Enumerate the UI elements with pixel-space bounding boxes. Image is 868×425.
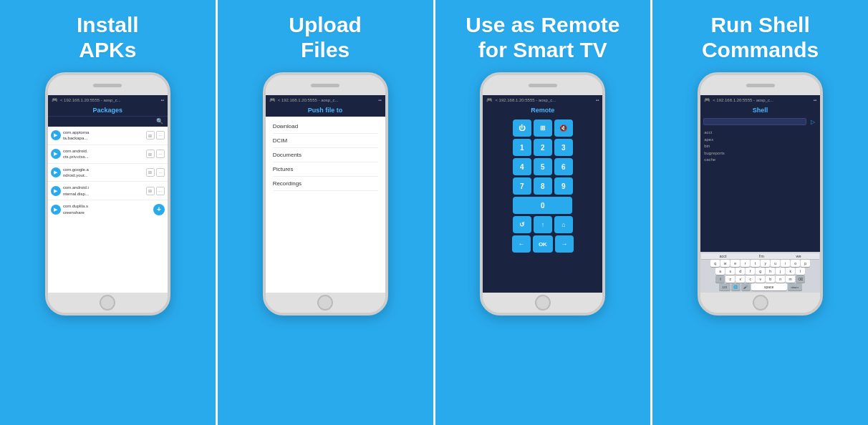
play-btn-1[interactable]: ▶ [51,130,61,140]
key-x[interactable]: x [736,275,745,283]
home-button-4[interactable] [753,295,768,311]
key-m[interactable]: m [786,275,795,283]
screen1-search-bar: 🔍 [48,117,168,127]
list-item[interactable]: Documents [273,148,378,162]
key-mic[interactable]: 🎤 [741,283,751,290]
num-btn-4[interactable]: 4 [513,158,531,175]
phone-speaker-2 [311,84,339,87]
up-btn[interactable]: ↑ [534,216,552,233]
shell-input[interactable] [703,118,806,125]
remote-row-789: 7 8 9 [486,177,599,195]
key-n[interactable]: n [776,275,785,283]
key-c[interactable]: c [746,275,755,283]
num-btn-6[interactable]: 6 [554,158,573,175]
num-btn-8[interactable]: 8 [534,177,552,195]
phone-top-4 [700,75,820,95]
key-h[interactable]: h [766,268,775,275]
key-e[interactable]: e [730,260,740,267]
suggest-1[interactable]: acct [720,254,727,258]
left-btn[interactable]: ← [512,235,531,253]
list-item[interactable]: DCIM [273,134,378,148]
list-item: ▶ com.android.internal.disp... ⊞ ··· [48,182,168,200]
kb-row-zxcv: ⇧ z x c v b n m ⌫ [701,275,819,283]
screen1-title: Packages [48,104,168,117]
num-btn-2[interactable]: 2 [534,139,552,156]
key-l[interactable]: l [796,268,805,275]
num-btn-9[interactable]: 9 [554,177,573,195]
play-btn-3[interactable]: ▶ [51,167,61,177]
list-item: ▶ com.duplila.screenshare + [48,200,168,218]
key-b[interactable]: b [766,275,775,283]
key-space[interactable]: space [751,283,787,290]
gamepad-icon-1: 🎮 [52,97,58,103]
num-btn-1[interactable]: 1 [513,139,531,156]
shell-run-btn[interactable]: ▷ [809,118,817,125]
pkg-icon-more-2: ··· [156,150,165,158]
right-btn[interactable]: → [555,235,574,253]
key-j[interactable]: j [776,268,785,275]
key-q[interactable]: q [710,260,720,267]
suggest-2[interactable]: I'm [759,254,764,258]
key-s[interactable]: s [725,268,735,275]
key-v[interactable]: v [756,275,765,283]
home-button-2[interactable] [317,295,333,311]
ok-btn[interactable]: OK [533,235,553,253]
folder-list: Download DCIM Documents Pictures Recordi… [266,117,385,293]
list-item[interactable]: Download [273,119,378,134]
key-p[interactable]: p [801,260,810,267]
suggest-3[interactable]: we [796,254,801,258]
home-button-1[interactable] [100,295,115,311]
key-i[interactable]: i [781,260,790,267]
key-u[interactable]: u [771,260,780,267]
phone-bottom-2 [266,293,385,313]
home-nav-btn[interactable]: ⌂ [554,216,573,233]
remote-row-123: 1 2 3 [486,139,599,156]
key-d[interactable]: d [736,268,745,275]
remote-row-controls: ⏻ ⊞ 🔇 [486,119,599,137]
list-item[interactable]: Recordings [273,177,378,191]
play-btn-2[interactable]: ▶ [51,149,61,159]
num-btn-3[interactable]: 3 [554,139,573,156]
num-btn-0[interactable]: 0 [513,197,572,214]
num-btn-7[interactable]: 7 [513,177,531,195]
key-a[interactable]: a [715,268,725,275]
key-shift[interactable]: ⇧ [715,275,725,283]
screen-addr-1: < 192.168.1.20:5555 - aosp_c... [60,98,159,102]
replay-btn[interactable]: ↺ [513,216,531,233]
key-return[interactable]: return [788,283,802,290]
key-backspace[interactable]: ⌫ [796,275,805,283]
pkg-icon-box-3: ⊞ [146,168,155,177]
remote-row-456: 4 5 6 [486,158,599,175]
panel-install: InstallAPKs 🎮 < 192.168.1.20:5555 - aosp… [0,0,216,425]
add-btn[interactable]: + [153,204,165,215]
screen-header-1: 🎮 < 192.168.1.20:5555 - aosp_c... ▪▪ [48,95,168,104]
pkg-name-5: com.duplila.screenshare [63,203,151,215]
power-btn[interactable]: ⏻ [513,119,531,137]
key-w[interactable]: w [720,260,730,267]
list-item: ▶ com.google.android.yout... ⊞ ··· [48,164,168,182]
key-g[interactable]: g [756,268,765,275]
home-button-3[interactable] [535,295,551,311]
phone-remote: 🎮 < 192.168.1.20:5555 - aosp_c... ▪▪ Rem… [480,72,605,316]
panel-shell: Run ShellCommands 🎮 < 192.168.1.20:5555 … [650,0,868,425]
list-item[interactable]: Pictures [273,162,378,177]
play-btn-5[interactable]: ▶ [51,205,61,215]
key-123[interactable]: 123 [719,283,730,290]
mute-btn[interactable]: 🔇 [554,119,573,137]
pkg-icon-box-1: ⊞ [146,131,155,140]
phone-top-3 [483,75,602,95]
key-o[interactable]: o [791,260,800,267]
key-r[interactable]: r [741,260,750,267]
key-globe[interactable]: 🌐 [731,283,741,290]
num-btn-5[interactable]: 5 [534,158,552,175]
key-t[interactable]: t [751,260,760,267]
key-y[interactable]: y [761,260,770,267]
screen3-title: Remote [483,104,602,116]
play-btn-4[interactable]: ▶ [51,186,61,196]
keyboard: acct I'm we q w e r t y u i o p a [700,252,820,293]
key-z[interactable]: z [725,275,735,283]
key-k[interactable]: k [786,268,795,275]
key-f[interactable]: f [746,268,755,275]
search-icon-1: 🔍 [156,118,163,124]
grid-btn[interactable]: ⊞ [534,119,552,137]
